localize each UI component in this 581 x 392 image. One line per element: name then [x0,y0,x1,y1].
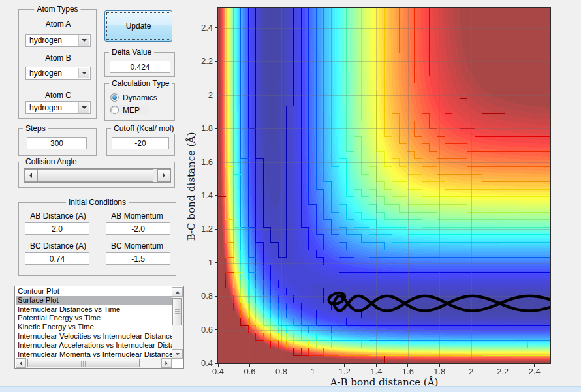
atom-a-dropdown[interactable]: hydrogen [25,34,91,47]
bc-momentum-label: BC Momentum [97,241,177,250]
y-tick-label: 2.4 [188,23,213,33]
y-tick-label: 0.6 [188,325,213,335]
list-item[interactable]: Potential Energy vs Time [16,314,172,323]
x-tick-label: 2.2 [490,367,516,376]
x-tick-label: 0.8 [268,367,294,376]
collision-angle-slider[interactable] [24,168,171,183]
calculation-type-title: Calculation Type [109,79,172,89]
y-tick-mark [215,95,217,95]
atom-a-dropdown-button[interactable] [78,35,89,46]
vertical-scrollbar[interactable] [172,287,183,359]
mep-radio-label: MEP [123,106,140,115]
chevron-down-icon [82,39,87,42]
potential-energy-surface-canvas [218,8,550,363]
atom-b-label: Atom B [19,53,97,63]
atom-a-label: Atom A [19,20,97,29]
calculation-type-group: Calculation Type Dynamics MEP [104,83,175,121]
x-tick-label: 1 [300,367,326,376]
y-tick-mark [215,27,217,28]
y-tick-label: 1 [188,258,213,267]
window-bottom-strip [0,386,581,392]
atom-c-value: hydrogen [29,103,62,112]
y-tick-label: 1.8 [188,123,213,133]
mep-radio[interactable] [110,106,119,114]
y-tick-label: 1.2 [188,224,213,234]
scroll-right-button[interactable] [161,358,172,368]
list-item[interactable]: Surface Plot [16,296,172,305]
y-tick-label: 2.2 [188,56,213,66]
bc-distance-field[interactable] [25,252,89,265]
x-tick-label: 1.4 [363,367,389,376]
cutoff-field[interactable] [112,137,169,149]
steps-group: Steps [18,128,97,156]
arrow-left-icon [29,173,32,178]
initial-conditions-group: Initial Conditions AB Distance (A) AB Mo… [18,202,176,276]
steps-field[interactable] [27,137,87,149]
x-tick-label: 1.2 [332,367,358,376]
update-button[interactable]: Update [104,10,172,42]
horizontal-scrollbar[interactable] [16,358,172,368]
list-item[interactable]: Internuclear Accelerations vs Internucle… [16,341,172,350]
scroll-left-button[interactable] [16,358,26,368]
atom-types-group: Atom Types Atom A hydrogen Atom B hydrog… [18,9,97,119]
ab-distance-field[interactable] [25,222,89,235]
mep-radio-row[interactable]: MEP [110,105,149,115]
cutoff-title: Cutoff (Kcal/ mol) [111,124,176,134]
y-tick-label: 2 [188,90,213,100]
delta-value-group: Delta Value [104,52,175,77]
y-tick-label: 0.8 [188,291,213,301]
list-item[interactable]: Internuclear Momenta vs Internuclear Dis… [16,350,172,359]
slider-left-button[interactable] [24,169,37,182]
list-item[interactable]: Contour Plot [16,287,172,296]
y-tick-label: 0.4 [188,358,213,368]
contour-plot-frame [217,7,551,364]
x-tick-label: 2.4 [522,367,548,376]
atom-a-value: hydrogen [29,36,62,45]
slider-right-button[interactable] [157,169,170,182]
atom-b-dropdown-button[interactable] [78,68,89,78]
delta-value-field[interactable] [110,61,170,73]
bc-momentum-field[interactable] [106,252,170,265]
dynamics-radio-row[interactable]: Dynamics [110,93,157,102]
slider-thumb[interactable] [37,169,153,182]
arrow-down-icon [176,353,180,355]
chevron-down-icon [82,106,87,109]
atom-types-title: Atom Types [34,5,80,14]
steps-title: Steps [23,124,48,134]
x-tick-label: 1.6 [395,367,421,376]
x-tick-label: 2 [458,367,484,376]
y-tick-mark [215,262,217,263]
arrow-up-icon [176,291,180,294]
horizontal-scroll-thumb[interactable] [27,359,140,367]
x-tick-label: 0.6 [236,367,262,376]
plot-type-listbox: Contour Plot Surface Plot Internuclear D… [14,286,184,369]
bc-distance-label: BC Distance (A) [19,241,97,250]
delta-value-title: Delta Value [109,48,154,57]
collision-angle-group: Collision Angle [18,162,175,188]
scroll-up-button[interactable] [172,287,183,297]
y-tick-label: 1.4 [188,190,213,200]
x-tick-label: 1.8 [426,367,452,376]
dynamics-radio[interactable] [110,93,119,102]
ab-distance-label: AB Distance (A) [19,211,97,220]
atom-c-dropdown-button[interactable] [78,102,89,113]
atom-b-value: hydrogen [29,68,62,78]
scroll-down-button[interactable] [172,349,183,359]
list-item[interactable]: Internuclear Distances vs Time [16,305,172,314]
ab-momentum-field[interactable] [106,222,170,235]
list-item[interactable]: Kinetic Energy vs Time [16,323,172,332]
dynamics-radio-label: Dynamics [123,93,157,102]
atom-c-label: Atom C [19,91,97,100]
initial-conditions-title: Initial Conditions [66,198,129,207]
arrow-right-icon [163,173,165,178]
arrow-right-icon [165,361,167,365]
y-tick-mark [215,162,217,162]
chevron-down-icon [82,72,87,74]
arrow-left-icon [20,361,22,365]
y-tick-mark [215,363,217,364]
atom-c-dropdown[interactable]: hydrogen [25,101,91,114]
atom-b-dropdown[interactable]: hydrogen [25,67,91,80]
y-tick-label: 1.6 [188,157,213,167]
list-item[interactable]: Internuclear Velocities vs Internuclear … [16,332,172,341]
vertical-scroll-thumb[interactable] [172,298,182,325]
